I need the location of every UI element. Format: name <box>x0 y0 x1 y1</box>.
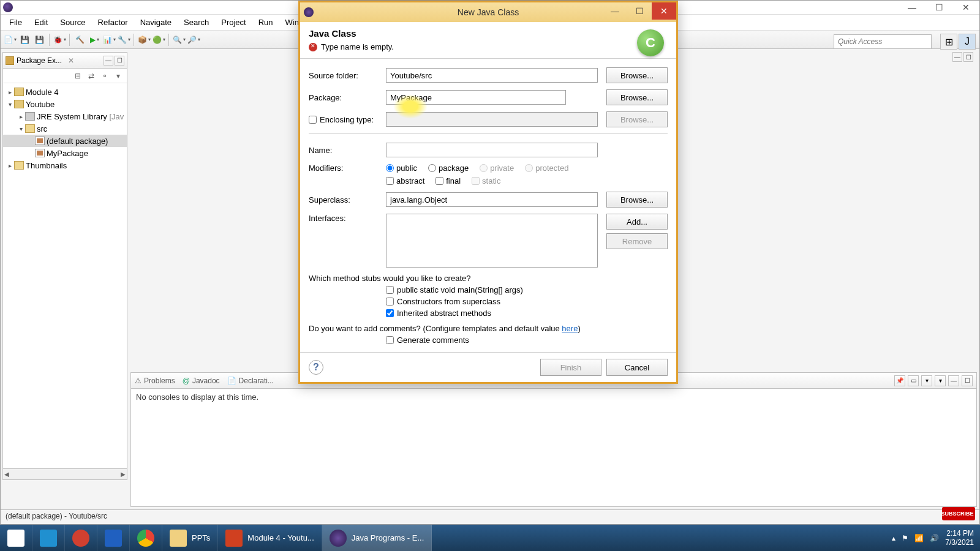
open-perspective-button[interactable]: ⊞ <box>940 34 957 50</box>
minimize-bottom-button[interactable]: — <box>948 375 959 386</box>
minimize-editor-button[interactable]: — <box>952 52 962 62</box>
menu-source[interactable]: Source <box>54 15 91 29</box>
browse-superclass-button[interactable]: Browse... <box>606 192 668 208</box>
tray-clock[interactable]: 2:14 PM 7/3/2021 <box>945 529 974 547</box>
open-console-button[interactable]: ▾ <box>921 375 932 386</box>
minimize-view-button[interactable]: — <box>104 56 113 66</box>
subscribe-badge[interactable]: SUBSCRIBE <box>942 507 975 520</box>
tree-item-mypackage[interactable]: MyPackage <box>3 147 127 159</box>
source-folder-input[interactable] <box>386 68 598 83</box>
taskbar-powerpoint[interactable]: Module 4 - Youtu... <box>218 525 322 551</box>
display-console-button[interactable]: ▭ <box>908 375 919 386</box>
search-button[interactable]: 🔎 <box>187 33 200 47</box>
help-button[interactable]: ? <box>309 360 323 375</box>
taskbar-ppts[interactable]: PPTs <box>162 525 218 551</box>
dialog-maximize-button[interactable]: ☐ <box>627 2 652 20</box>
dialog-title-bar[interactable]: New Java Class — ☐ ✕ <box>300 2 676 22</box>
focus-task-button[interactable]: ⚬ <box>100 71 110 81</box>
tray-chevron-icon[interactable]: ▴ <box>892 534 895 542</box>
inherited-methods-checkbox[interactable] <box>386 309 394 317</box>
new-wizard-button[interactable]: 📄 <box>3 33 17 47</box>
add-interface-button[interactable]: Add... <box>606 214 668 230</box>
name-input[interactable] <box>386 143 598 157</box>
package-explorer-tab[interactable]: Package Ex... ✕ <box>6 56 74 65</box>
quick-access-input[interactable] <box>834 34 932 49</box>
tree-item-thumbnails[interactable]: ▸ Thumbnails <box>3 159 127 171</box>
coverage-button[interactable]: 📊 <box>102 33 116 47</box>
package-input[interactable] <box>386 90 566 105</box>
folder-icon <box>14 161 24 170</box>
menu-search[interactable]: Search <box>178 15 215 29</box>
taskbar-app-1[interactable] <box>32 525 65 551</box>
cancel-button[interactable]: Cancel <box>606 359 668 376</box>
sidebar-scrollbar[interactable]: ◀▶ <box>3 468 127 479</box>
expand-icon[interactable]: ▸ <box>6 162 14 169</box>
modifier-package-radio[interactable] <box>428 164 436 172</box>
tree-item-src[interactable]: ▾ src <box>3 122 127 135</box>
save-all-button[interactable]: 💾 <box>32 33 46 47</box>
dialog-close-button[interactable]: ✕ <box>652 2 676 20</box>
generate-comments-checkbox[interactable] <box>386 336 394 344</box>
tray-flag-icon[interactable]: ⚑ <box>902 534 908 542</box>
tab-javadoc[interactable]: @Javadoc <box>183 377 220 385</box>
start-button[interactable] <box>0 525 32 551</box>
maximize-button[interactable]: ☐ <box>925 1 952 14</box>
close-tab-icon[interactable]: ✕ <box>68 56 74 65</box>
tray-network-icon[interactable]: 📶 <box>914 534 924 542</box>
superclass-input[interactable] <box>386 192 598 207</box>
new-package-button[interactable]: 📦 <box>137 33 151 47</box>
minimize-button[interactable]: — <box>899 1 925 14</box>
menu-file[interactable]: File <box>3 15 28 29</box>
maximize-bottom-button[interactable]: ☐ <box>962 375 973 386</box>
run-button[interactable]: ▶ <box>88 33 101 47</box>
tree-item-default-package[interactable]: (default package) <box>3 135 127 147</box>
tree-item-module4[interactable]: ▸ Module 4 <box>3 86 127 98</box>
tray-volume-icon[interactable]: 🔊 <box>930 534 939 542</box>
taskbar-app-2[interactable] <box>65 525 97 551</box>
new-console-button[interactable]: ▾ <box>935 375 946 386</box>
modifier-final-checkbox[interactable] <box>435 177 443 185</box>
system-tray[interactable]: ▴ ⚑ 📶 🔊 2:14 PM 7/3/2021 <box>892 529 980 547</box>
main-method-checkbox[interactable] <box>386 286 394 294</box>
java-perspective-button[interactable]: J <box>959 34 976 50</box>
tab-problems[interactable]: ⚠Problems <box>135 377 175 385</box>
browse-source-folder-button[interactable]: Browse... <box>606 67 668 83</box>
taskbar-eclipse[interactable]: Java Programs - E... <box>322 525 432 551</box>
expand-icon[interactable]: ▸ <box>17 113 25 120</box>
taskbar-word[interactable] <box>97 525 130 551</box>
expand-icon[interactable]: ▸ <box>6 89 14 96</box>
expand-icon[interactable]: ▾ <box>17 126 25 132</box>
project-tree[interactable]: ▸ Module 4 ▾ Youtube ▸ JRE System Librar… <box>3 83 127 468</box>
interfaces-list[interactable] <box>386 214 598 268</box>
debug-button[interactable]: 🐞 <box>53 33 66 47</box>
constructors-checkbox[interactable] <box>386 298 394 305</box>
modifier-abstract-checkbox[interactable] <box>386 177 394 185</box>
collapse-all-button[interactable]: ⊟ <box>73 71 83 81</box>
build-button[interactable]: 🔨 <box>73 33 86 47</box>
modifier-public-radio[interactable] <box>386 164 394 172</box>
maximize-view-button[interactable]: ☐ <box>115 56 124 66</box>
menu-navigate[interactable]: Navigate <box>134 15 178 29</box>
tab-declaration[interactable]: 📄Declarati... <box>227 377 274 385</box>
external-tools-button[interactable]: 🔧 <box>117 33 130 47</box>
enclosing-type-checkbox[interactable] <box>309 116 317 124</box>
new-class-button[interactable]: 🟢 <box>152 33 165 47</box>
link-editor-button[interactable]: ⇄ <box>86 71 96 81</box>
close-button[interactable]: ✕ <box>952 1 979 14</box>
menu-edit[interactable]: Edit <box>28 15 54 29</box>
dialog-minimize-button[interactable]: — <box>603 2 627 20</box>
view-menu-button[interactable]: ▾ <box>113 71 123 81</box>
tree-item-jre[interactable]: ▸ JRE System Library [Jav <box>3 110 127 122</box>
save-button[interactable]: 💾 <box>18 33 31 47</box>
menu-refactor[interactable]: Refactor <box>92 15 134 29</box>
expand-icon[interactable]: ▾ <box>6 101 14 108</box>
browse-package-button[interactable]: Browse... <box>606 89 668 105</box>
configure-templates-link[interactable]: here <box>562 324 578 333</box>
pin-console-button[interactable]: 📌 <box>894 375 905 386</box>
maximize-editor-button[interactable]: ☐ <box>963 52 973 62</box>
menu-project[interactable]: Project <box>215 15 252 29</box>
open-type-button[interactable]: 🔍 <box>172 33 186 47</box>
taskbar-chrome[interactable] <box>130 525 162 551</box>
menu-run[interactable]: Run <box>252 15 279 29</box>
tree-item-youtube[interactable]: ▾ Youtube <box>3 98 127 110</box>
